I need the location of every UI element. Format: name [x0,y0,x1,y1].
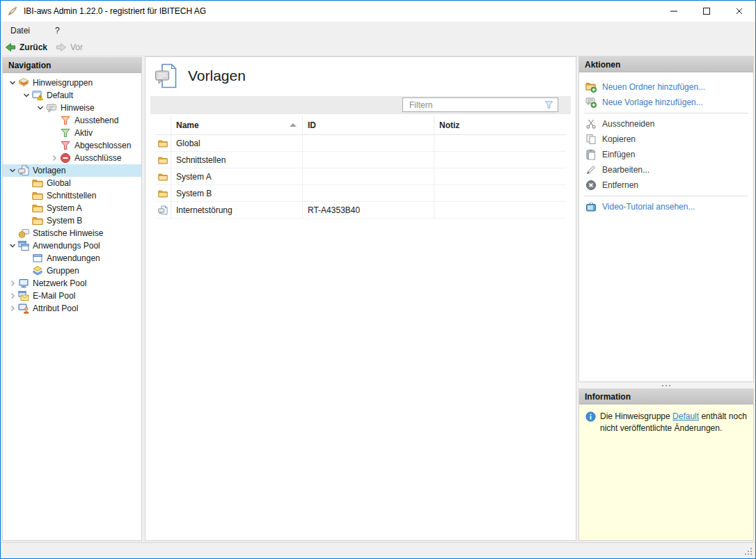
nav-item-ausstehend[interactable]: Ausstehend [3,114,141,127]
filter-funnel-icon[interactable] [544,100,554,110]
action-label: Neue Vorlage hinzufügen... [602,97,703,107]
default-group-link[interactable]: Default [672,411,699,421]
minimize-icon [668,6,679,17]
action-label: Ausschneiden [602,119,654,129]
cell-name: System B [176,189,212,198]
chevron-expanded-icon[interactable] [7,165,18,176]
chevron-expanded-icon[interactable] [7,77,18,88]
nav-item-default[interactable]: Default [3,89,141,102]
nav-label: Anwendungs Pool [33,241,100,251]
table-row[interactable]: Global [155,135,566,152]
action-edit[interactable]: Bearbeiten... [579,162,753,178]
back-button[interactable]: Zurück [1,39,52,56]
nav-item-attribut-pool[interactable]: Attribut Pool [3,302,141,315]
actions-separator [584,113,748,113]
nav-item-gruppen[interactable]: Gruppen [3,265,141,277]
column-label: Notiz [439,120,459,130]
static-notice-icon [18,228,29,239]
column-label: ID [308,120,316,130]
nav-item-vorlagen-selected[interactable]: Vorlagen [3,164,141,177]
nav-label: Hinweisgruppen [33,78,93,88]
chevron-collapsed-icon[interactable] [7,290,18,301]
title-bar[interactable]: IBI-aws Admin 1.22.0 - registriert für I… [1,1,755,22]
table-row[interactable]: System B [155,185,566,202]
action-copy[interactable]: Kopieren [579,132,753,147]
chevron-expanded-icon[interactable] [35,102,46,113]
chevron-placeholder [49,140,60,151]
edit-pencil-icon [585,164,597,175]
cut-icon [585,118,597,129]
menu-datei-label: Datei [10,26,30,36]
chevron-placeholder [21,203,32,214]
nav-item-aktiv[interactable]: Aktiv [3,127,141,139]
table-row[interactable]: System A [155,168,566,185]
templates-table: Name ID Notiz Global Schnittstellen [155,116,566,219]
nav-item-system-a[interactable]: System A [3,202,141,214]
column-header-name[interactable]: Name [171,116,303,135]
action-add-template[interactable]: Neue Vorlage hinzufügen... [579,95,753,110]
nav-item-abgeschlossen[interactable]: Abgeschlossen [3,139,141,152]
nav-item-schnittstellen[interactable]: Schnittstellen [3,189,141,202]
splitter-grip-icon [666,385,667,386]
nav-label: E-Mail Pool [33,291,75,301]
nav-item-ausschluesse[interactable]: Ausschlüsse [3,152,141,164]
template-icon [18,165,29,176]
information-header: Information [579,389,753,404]
folder-icon [158,139,168,148]
chevron-collapsed-icon[interactable] [7,303,18,314]
panel-splitter[interactable] [578,382,754,388]
table-row[interactable]: Schnittstellen [155,152,566,168]
nav-label: System A [47,203,82,213]
actions-panel: Aktionen Neuen Ordner hinzufügen... Neue… [578,56,754,382]
column-header-icon[interactable] [155,116,171,135]
network-icon [18,278,29,289]
action-cut[interactable]: Ausschneiden [579,116,753,132]
action-paste[interactable]: Einfügen [579,147,753,162]
close-button[interactable] [723,1,755,22]
nav-label: Default [47,90,73,100]
nav-item-email-pool[interactable]: E-Mail Pool [3,290,141,302]
menu-help[interactable]: ? [49,22,66,39]
chevron-expanded-icon[interactable] [7,240,18,251]
app-window: IBI-aws Admin 1.22.0 - registriert für I… [0,0,756,559]
filter-box [402,97,558,112]
chevron-collapsed-icon[interactable] [49,152,60,164]
maximize-button[interactable] [690,1,723,22]
nav-label: Abgeschlossen [74,141,131,150]
resize-grip[interactable] [744,547,753,556]
paste-icon [585,149,597,160]
navigation-panel: Navigation Hinweisgruppen Default Hinwei… [2,57,142,541]
nav-item-anwendungen[interactable]: Anwendungen [3,252,141,265]
nav-item-statische-hinweise[interactable]: Statische Hinweise [3,227,141,239]
action-label: Einfügen [602,150,635,159]
page-title: Vorlagen [188,68,246,84]
nav-item-hinweisgruppen[interactable]: Hinweisgruppen [3,77,141,89]
column-header-notiz[interactable]: Notiz [434,116,566,135]
nav-item-netzwerk-pool[interactable]: Netzwerk Pool [3,277,141,290]
close-icon [734,6,745,17]
action-label: Neuen Ordner hinzufügen... [602,82,705,92]
chevron-collapsed-icon[interactable] [7,278,18,289]
forward-button[interactable]: Vor [52,39,87,56]
table-row[interactable]: Internetstörung RT-A4353B40 [155,202,566,219]
action-label: Kopieren [602,134,636,144]
menu-datei[interactable]: Datei [1,22,36,39]
nav-item-hinweise[interactable]: Hinweise [3,102,141,114]
forward-arrow-icon [56,42,67,53]
page-title-block: Vorlagen [155,63,246,88]
nav-item-system-b[interactable]: System B [3,214,141,227]
nav-label: Hinweise [61,103,95,113]
funnel-red-icon [60,140,71,151]
minimize-button[interactable] [657,1,690,22]
action-add-folder[interactable]: Neuen Ordner hinzufügen... [579,79,753,95]
chevron-expanded-icon[interactable] [21,90,32,101]
actions-list: Neuen Ordner hinzufügen... Neue Vorlage … [579,72,753,214]
nav-item-global[interactable]: Global [3,177,141,189]
action-video-tutorial[interactable]: Video-Tutorial ansehen... [579,199,753,214]
chevron-placeholder [49,127,60,139]
column-header-id[interactable]: ID [303,116,434,135]
nav-item-anwendungs-pool[interactable]: Anwendungs Pool [3,239,141,252]
action-label: Bearbeiten... [602,165,649,175]
filter-input[interactable] [403,100,544,110]
action-remove[interactable]: Entfernen [579,178,753,193]
